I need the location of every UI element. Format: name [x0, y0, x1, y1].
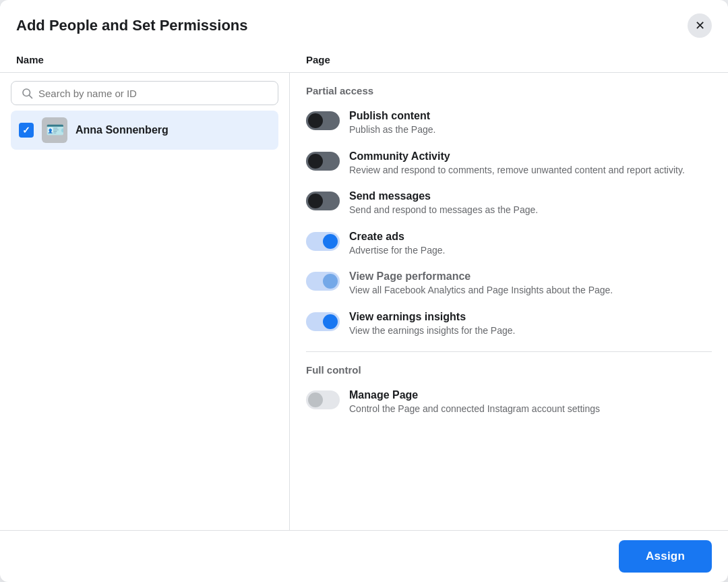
toggle-slider-community-activity — [306, 152, 340, 171]
toggle-slider-view-earnings-insights — [306, 312, 340, 331]
perm-title-community-activity: Community Activity — [349, 150, 685, 163]
perm-desc-view-page-performance: View all Facebook Analytics and Page Ins… — [349, 284, 613, 297]
toggle-wrap-publish-content[interactable] — [306, 111, 340, 130]
permission-item-manage-page: Manage Page Control the Page and connect… — [290, 382, 728, 423]
name-column-header: Name — [0, 49, 290, 72]
perm-title-view-earnings-insights: View earnings insights — [349, 311, 515, 323]
perm-title-send-messages: Send messages — [349, 190, 538, 202]
perm-text-publish-content: Publish content Publish as the Page. — [349, 110, 435, 137]
person-item[interactable]: ✓ 🪪 Anna Sonnenberg — [11, 111, 278, 150]
permission-item-create-ads: Create ads Advertise for the Page. — [290, 224, 728, 264]
partial-access-label: Partial access — [290, 73, 728, 103]
perm-text-view-earnings-insights: View earnings insights View the earnings… — [349, 311, 515, 338]
modal-body: ✓ 🪪 Anna Sonnenberg Partial access — [0, 73, 728, 530]
perm-title-create-ads: Create ads — [349, 231, 445, 243]
perm-text-community-activity: Community Activity Review and respond to… — [349, 150, 685, 177]
avatar: 🪪 — [42, 117, 67, 143]
permission-item-community-activity: Community Activity Review and respond to… — [290, 144, 728, 184]
close-button[interactable]: ✕ — [688, 13, 712, 38]
toggle-wrap-manage-page[interactable] — [306, 390, 340, 409]
permission-item-view-page-performance: View Page performance View all Facebook … — [290, 264, 728, 304]
perm-desc-send-messages: Send and respond to messages as the Page… — [349, 204, 538, 217]
modal: Add People and Set Permissions ✕ Name Pa… — [0, 0, 728, 582]
toggle-wrap-community-activity[interactable] — [306, 152, 340, 171]
toggle-wrap-view-page-performance[interactable] — [306, 272, 340, 291]
person-icon: 🪪 — [46, 121, 64, 139]
checkmark-icon: ✓ — [22, 125, 30, 136]
modal-footer: Assign — [0, 530, 728, 582]
perm-text-view-page-performance: View Page performance View all Facebook … — [349, 270, 613, 297]
search-icon — [21, 87, 33, 99]
page-column-header: Page — [290, 49, 728, 72]
permission-item-view-earnings-insights: View earnings insights View the earnings… — [290, 304, 728, 345]
search-input[interactable] — [38, 88, 268, 99]
toggle-wrap-view-earnings-insights[interactable] — [306, 312, 340, 331]
perm-text-send-messages: Send messages Send and respond to messag… — [349, 190, 538, 217]
perm-desc-community-activity: Review and respond to comments, remove u… — [349, 164, 685, 177]
toggle-slider-publish-content — [306, 111, 340, 130]
assign-button[interactable]: Assign — [619, 540, 712, 573]
perm-text-manage-page: Manage Page Control the Page and connect… — [349, 389, 600, 416]
perm-desc-view-earnings-insights: View the earnings insights for the Page. — [349, 324, 515, 338]
person-checkbox[interactable]: ✓ — [19, 123, 34, 138]
perm-desc-create-ads: Advertise for the Page. — [349, 244, 445, 258]
toggle-wrap-send-messages[interactable] — [306, 192, 340, 210]
close-icon: ✕ — [695, 18, 705, 33]
search-box[interactable] — [11, 81, 278, 105]
perm-desc-publish-content: Publish as the Page. — [349, 123, 435, 137]
perm-desc-manage-page: Control the Page and connected Instagram… — [349, 403, 600, 416]
toggle-slider-manage-page — [306, 390, 340, 409]
perm-title-manage-page: Manage Page — [349, 389, 600, 401]
perm-text-create-ads: Create ads Advertise for the Page. — [349, 231, 445, 258]
right-panel: Partial access Publish content Publish a… — [290, 73, 728, 530]
perm-title-view-page-performance: View Page performance — [349, 270, 613, 283]
toggle-wrap-create-ads[interactable] — [306, 232, 340, 251]
modal-title: Add People and Set Permissions — [16, 17, 248, 34]
modal-header: Add People and Set Permissions ✕ — [0, 0, 728, 49]
toggle-slider-create-ads — [306, 232, 340, 251]
columns-header: Name Page — [0, 49, 728, 73]
toggle-slider-view-page-performance — [306, 272, 340, 291]
full-control-label: Full control — [290, 352, 728, 382]
permission-item-publish-content: Publish content Publish as the Page. — [290, 103, 728, 144]
perm-title-publish-content: Publish content — [349, 110, 435, 122]
svg-line-1 — [29, 95, 32, 98]
left-panel: ✓ 🪪 Anna Sonnenberg — [0, 73, 290, 530]
permission-item-send-messages: Send messages Send and respond to messag… — [290, 183, 728, 224]
person-name: Anna Sonnenberg — [75, 124, 169, 136]
toggle-slider-send-messages — [306, 192, 340, 210]
